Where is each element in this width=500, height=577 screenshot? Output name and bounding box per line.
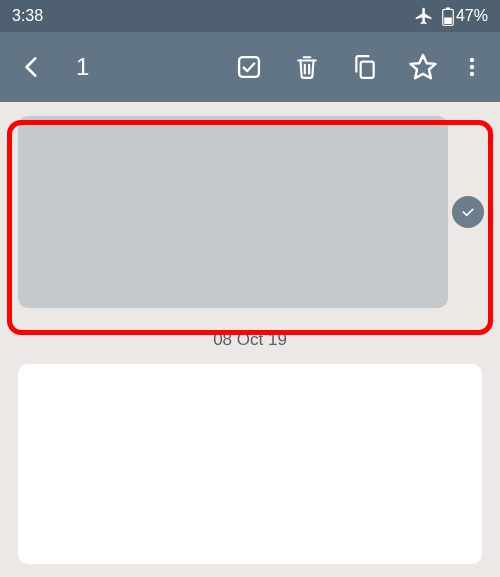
selection-count: 1 bbox=[56, 53, 89, 81]
select-all-button[interactable] bbox=[220, 53, 278, 81]
svg-point-9 bbox=[470, 65, 474, 69]
svg-rect-3 bbox=[239, 57, 259, 77]
note-card[interactable] bbox=[18, 364, 482, 564]
selected-check-icon bbox=[452, 196, 484, 228]
svg-point-10 bbox=[470, 72, 474, 76]
notes-list: 08 Oct 19 bbox=[0, 116, 500, 564]
battery-percent: 47% bbox=[456, 7, 488, 25]
svg-point-8 bbox=[470, 58, 474, 62]
app-bar: 1 bbox=[0, 32, 500, 102]
airplane-mode-icon bbox=[414, 6, 434, 26]
svg-rect-2 bbox=[444, 17, 452, 24]
back-button[interactable] bbox=[8, 54, 56, 80]
date-separator: 08 Oct 19 bbox=[0, 330, 500, 350]
battery-icon: 47% bbox=[442, 7, 488, 26]
svg-rect-6 bbox=[361, 62, 374, 78]
copy-button[interactable] bbox=[336, 53, 394, 81]
svg-marker-7 bbox=[411, 55, 436, 78]
favorite-button[interactable] bbox=[394, 52, 452, 82]
svg-rect-1 bbox=[446, 7, 450, 9]
status-bar: 3:38 47% bbox=[0, 0, 500, 32]
status-time: 3:38 bbox=[12, 7, 43, 25]
delete-button[interactable] bbox=[278, 53, 336, 81]
status-right: 47% bbox=[414, 6, 488, 26]
more-options-button[interactable] bbox=[452, 54, 492, 80]
note-card-selected[interactable] bbox=[18, 116, 448, 308]
